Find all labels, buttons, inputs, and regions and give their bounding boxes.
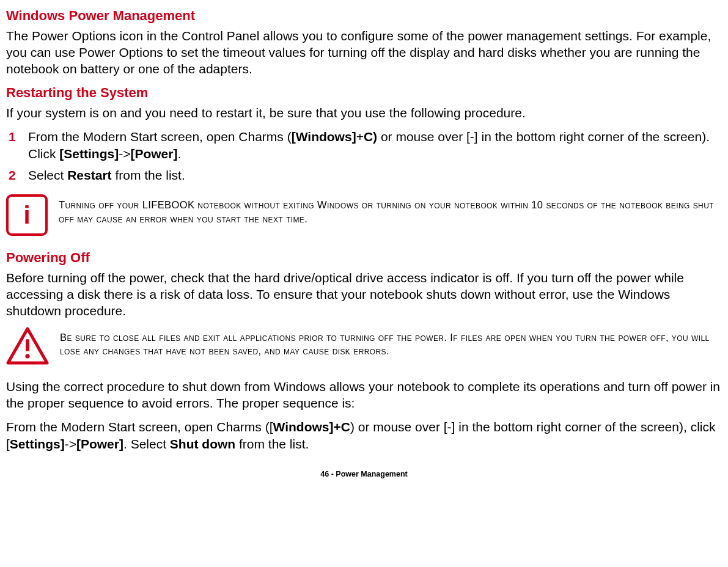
callout-warning: Be sure to close all files and exit all … (6, 327, 722, 365)
callout-info: i Turning off your LIFEBOOK notebook wit… (6, 194, 722, 236)
callout-info-text: Turning off your LIFEBOOK notebook witho… (59, 194, 722, 225)
info-icon: i (6, 194, 48, 236)
menu-shut-down: Shut down (170, 437, 235, 451)
shutdown-intro: Using the correct procedure to shut down… (6, 378, 722, 412)
step-number: 1 (9, 128, 16, 145)
footer-section: Power Management (336, 470, 407, 478)
kbd-windows: [Windows] (292, 130, 356, 144)
menu-settings: [Settings] (59, 147, 119, 161)
page-footer: 46 - Power Management (6, 469, 722, 479)
callout-warning-text: Be sure to close all files and exit all … (60, 327, 722, 358)
svg-rect-1 (26, 339, 29, 351)
page-number: 46 (320, 470, 329, 478)
step-text: Select Restart from the list. (28, 168, 185, 182)
restart-steps: 1 From the Modern Start screen, open Cha… (6, 128, 722, 183)
t: . (177, 147, 181, 161)
shutdown-procedure: From the Modern Start screen, open Charm… (6, 419, 722, 452)
svg-point-2 (25, 354, 29, 358)
t: From the Modern Start screen, open Charm… (6, 420, 273, 434)
t: + (356, 130, 364, 144)
heading-powering-off: Powering Off (6, 249, 722, 267)
kbd-windows-c: Windows]+C (273, 420, 350, 434)
menu-power: [Power] (76, 437, 123, 451)
t: -> (119, 147, 130, 161)
lead-restarting: If your system is on and you need to res… (6, 104, 722, 121)
t: From the Modern Start screen, open Charm… (28, 130, 292, 144)
kbd-c: C) (364, 130, 377, 144)
heading-windows-power-management: Windows Power Management (6, 7, 722, 25)
menu-power: [Power] (130, 147, 177, 161)
footer-sep: - (329, 470, 336, 478)
t: . Select (123, 437, 170, 451)
restart-step-2: 2 Select Restart from the list. (6, 167, 722, 183)
menu-restart: Restart (67, 168, 111, 182)
menu-settings: Settings] (10, 437, 65, 451)
heading-restarting: Restarting the System (6, 84, 722, 102)
restart-step-1: 1 From the Modern Start screen, open Cha… (6, 128, 722, 162)
body-powering-off: Before turning off the power, check that… (6, 269, 722, 320)
body-wpm: The Power Options icon in the Control Pa… (6, 27, 722, 78)
t: Select (28, 168, 67, 182)
warning-icon (6, 327, 49, 365)
t: -> (65, 437, 76, 451)
t: from the list. (235, 437, 309, 451)
t: from the list. (112, 168, 185, 182)
step-number: 2 (9, 167, 16, 183)
step-text: From the Modern Start screen, open Charm… (28, 130, 710, 160)
